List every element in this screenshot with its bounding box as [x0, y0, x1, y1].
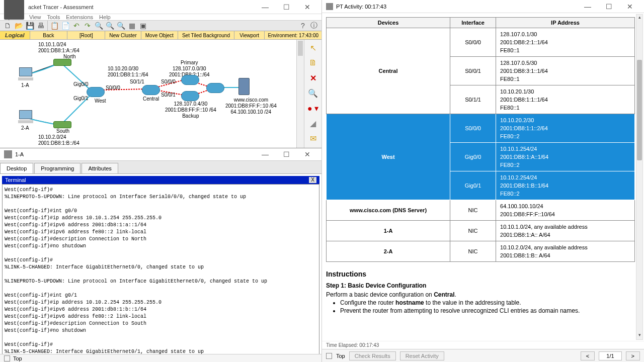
close-button[interactable]: ✕ — [297, 1, 317, 13]
logical-label: Logical — [0, 31, 30, 39]
router-central[interactable] — [142, 85, 160, 95]
check-results-button[interactable]: Check Results — [349, 351, 396, 360]
subwindow-titlebar: 1-A — ☐ ✕ — [0, 148, 321, 161]
zoom-reset-icon[interactable]: 🔍 — [105, 21, 114, 30]
tab-desktop[interactable]: Desktop — [0, 163, 33, 173]
resize-icon[interactable]: ● ▾ — [307, 102, 319, 114]
interface-cell: S0/0/1 — [450, 57, 496, 85]
interface-cell: NIC — [450, 221, 496, 241]
page-indicator: 1/1 — [599, 351, 621, 360]
label-s001: S0/0/1 — [161, 92, 176, 98]
print-icon[interactable]: 🖶 — [36, 21, 45, 30]
draw-icon[interactable]: ◢ — [307, 117, 319, 129]
addressing-table: Devices Interface IP Address CentralS0/0… — [326, 17, 635, 262]
act-minimize-button[interactable]: — — [578, 1, 598, 13]
th-ip: IP Address — [496, 18, 635, 28]
device-subwindow: 1-A — ☐ ✕ Desktop Programming Attributes… — [0, 148, 321, 354]
menu-tools[interactable]: Tools — [47, 14, 60, 20]
redo-icon[interactable]: ↷ — [83, 21, 92, 30]
root-button[interactable]: [Root] — [67, 31, 105, 39]
switch-south[interactable] — [53, 121, 71, 128]
ip-cell: 10.10.20.1/302001:DB8:1:1::1/64FE80::1 — [496, 85, 635, 114]
server-cisco[interactable] — [238, 78, 250, 95]
top-checkbox[interactable] — [4, 355, 10, 361]
act-maximize-button[interactable]: ☐ — [599, 1, 619, 13]
router-west[interactable] — [87, 87, 105, 97]
scroll-down-icon[interactable]: ▾ — [636, 332, 642, 339]
router-edge[interactable] — [206, 83, 224, 93]
terminal-close-button[interactable]: X — [309, 177, 316, 183]
back-button[interactable]: Back — [30, 31, 68, 39]
workspace[interactable]: 1-A North 10.10.1.0/24 2001:DB8:1:A::/64… — [0, 40, 321, 148]
prev-page-button[interactable]: < — [581, 351, 595, 360]
topology-canvas[interactable]: 1-A North 10.10.1.0/24 2001:DB8:1:A::/64… — [0, 40, 296, 148]
switch-north[interactable] — [53, 59, 71, 66]
terminal-output[interactable]: West(config-if)# %LINEPROTO-5-UPDOWN: Li… — [2, 184, 319, 362]
delete-icon[interactable]: ✕ — [307, 72, 319, 84]
activity-scrollbar[interactable]: ▴ ▾ — [636, 14, 643, 340]
envelope-icon[interactable]: ✉ — [307, 132, 319, 144]
table-row[interactable]: WestS0/0/010.10.20.2/302001:DB8:1:1::2/6… — [327, 114, 635, 143]
label-central: Central — [143, 96, 159, 102]
undo-icon[interactable]: ↶ — [72, 21, 81, 30]
act-top-label: Top — [336, 353, 345, 359]
ip-cell: 10.10.20.2/302001:DB8:1:1::2/64FE80::2 — [496, 114, 635, 143]
open-icon[interactable]: 📂 — [14, 21, 23, 30]
copy-icon[interactable]: 📋 — [50, 21, 59, 30]
menu-help[interactable]: Help — [99, 14, 111, 20]
router-isp2[interactable] — [181, 91, 199, 101]
inspect-icon[interactable]: 🔍 — [307, 87, 319, 99]
instructions-heading: Instructions — [326, 270, 635, 278]
tab-attributes[interactable]: Attributes — [82, 163, 118, 173]
palette-icon[interactable]: ▦ — [127, 21, 136, 30]
label-g00: Gig0/0 — [73, 81, 88, 87]
label-west: West — [95, 98, 106, 104]
paste-icon[interactable]: 📄 — [61, 21, 70, 30]
table-row[interactable]: www.cisco.com (DNS Server)NIC64.100.100.… — [327, 200, 635, 221]
note-icon[interactable]: 🗎 — [307, 57, 319, 69]
next-page-button[interactable]: > — [626, 351, 640, 360]
device-cell: Central — [327, 28, 450, 114]
ip-cell: 10.10.2.254/242001:DB8:1:B::1/64FE80::2 — [496, 171, 635, 200]
tab-programming[interactable]: Programming — [34, 163, 80, 173]
pc-1a[interactable] — [18, 67, 34, 81]
table-row[interactable]: 1-ANIC10.10.1.0/24, any available addres… — [327, 221, 635, 241]
canvas-toolbar: ↖ 🗎 ✕ 🔍 ● ▾ ◢ ✉ ✉ — [304, 40, 321, 148]
interface-cell: S0/1/1 — [450, 85, 496, 114]
scroll-thumb[interactable] — [637, 60, 642, 160]
act-top-checkbox[interactable] — [326, 353, 332, 359]
interface-cell: Gig0/1 — [450, 171, 496, 200]
select-icon[interactable]: ↖ — [307, 42, 319, 54]
set-tiled-bg-button[interactable]: Set Tiled Background — [178, 31, 234, 39]
new-cluster-button[interactable]: New Cluster — [105, 31, 141, 39]
pc-2a[interactable] — [18, 110, 34, 124]
info-icon[interactable]: ⓘ — [309, 21, 318, 30]
menu-extensions[interactable]: Extensions — [66, 14, 93, 20]
zoom-in-icon[interactable]: 🔍 — [94, 21, 103, 30]
sub-maximize-button[interactable]: ☐ — [276, 148, 296, 160]
table-row[interactable]: 2-ANIC10.10.2.0/24, any available addres… — [327, 241, 635, 262]
reset-activity-button[interactable]: Reset Activity — [400, 351, 444, 360]
menu-view[interactable]: View — [29, 14, 41, 20]
top-label: Top — [13, 355, 22, 361]
table-row[interactable]: CentralS0/0/0128.107.0.1/302001:DB8:2:1:… — [327, 28, 635, 57]
sub-minimize-button[interactable]: — — [255, 148, 275, 160]
minimize-button[interactable]: — — [255, 1, 275, 13]
act-close-button[interactable]: ✕ — [620, 1, 640, 13]
sub-close-button[interactable]: ✕ — [297, 148, 317, 160]
zoom-out-icon[interactable]: 🔍 — [116, 21, 125, 30]
router-isp1[interactable] — [181, 75, 199, 85]
help-icon[interactable]: ? — [298, 21, 307, 30]
new-icon[interactable]: 🗋 — [3, 21, 12, 30]
logical-bar: Logical Back [Root] New Cluster Move Obj… — [0, 31, 321, 40]
maximize-button[interactable]: ☐ — [276, 1, 296, 13]
label-2a: 2-A — [21, 125, 29, 131]
save-icon[interactable]: 💾 — [25, 21, 34, 30]
viewport-button[interactable]: Viewport — [234, 31, 265, 39]
devices-icon[interactable]: ▣ — [138, 21, 147, 30]
move-object-button[interactable]: Move Object — [141, 31, 178, 39]
scroll-up-icon[interactable]: ▴ — [636, 15, 642, 22]
th-interface: Interface — [450, 18, 496, 28]
canvas-scrollbar[interactable] — [296, 40, 304, 148]
envelope2-icon[interactable]: ✉ — [307, 147, 319, 148]
